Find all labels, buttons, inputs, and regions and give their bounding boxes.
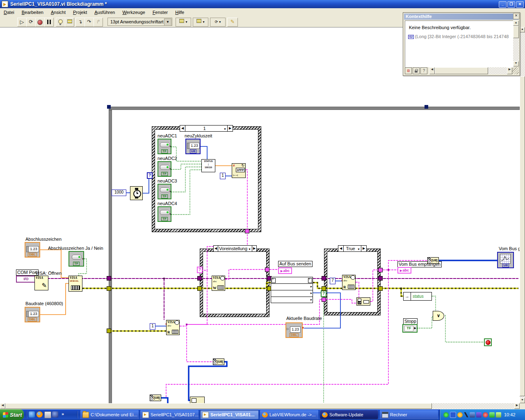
tunnel-string[interactable] <box>245 229 249 233</box>
concatenate-strings-node[interactable] <box>356 297 370 306</box>
bool-switch-neuadc4[interactable]: TF <box>158 206 171 222</box>
status-subvi-node[interactable]: STATUS ↓ 100110 <box>201 159 215 172</box>
visa-write-node[interactable]: VISA abc W <box>212 276 225 291</box>
case-structure-voreinstellung[interactable] <box>200 249 269 317</box>
case-selector-terminal[interactable]: ? <box>147 172 153 179</box>
while-loop-left-border[interactable] <box>109 110 112 404</box>
array-node[interactable] <box>190 397 205 404</box>
context-help-hscrollbar[interactable]: ◀ ▶ <box>429 67 512 74</box>
step-out-button[interactable]: ↱ <box>94 18 103 27</box>
tray-icon[interactable] <box>489 412 495 418</box>
cleanup-diagram-button[interactable]: ✎ <box>227 18 238 27</box>
property-row[interactable] <box>271 290 313 297</box>
case-selector-voreinstellung[interactable]: Voreinstellung <box>213 245 257 252</box>
selection-handle[interactable] <box>425 105 428 109</box>
switch-knob[interactable] <box>160 210 170 215</box>
horizontal-scrollbar[interactable]: ◀ ▶ <box>0 403 520 409</box>
switch-knob[interactable] <box>160 187 170 192</box>
visa-property-node[interactable]: ?! ?! <box>271 277 313 303</box>
firefox-icon[interactable] <box>37 411 43 418</box>
taskbar-button-labview-1[interactable]: SeriellPC1_VISA0107... <box>140 410 199 419</box>
numeric-constant[interactable]: 1 <box>150 323 155 330</box>
tray-icon[interactable] <box>470 412 475 418</box>
string-indicator-terminal[interactable]: abc <box>278 267 292 274</box>
restore-button[interactable]: ❐ <box>507 1 515 8</box>
bool-switch-janein[interactable]: TF <box>68 251 84 267</box>
chevron-down-icon[interactable]: ▼ <box>164 18 171 26</box>
case-selector-top[interactable]: 1 <box>180 125 233 132</box>
waveform-chart-terminal[interactable]: U8 <box>497 252 514 268</box>
visa-read-node[interactable]: VISA abc R <box>342 275 356 290</box>
run-button[interactable]: ▷ <box>17 18 27 27</box>
run-continuous-button[interactable]: ⟳ <box>26 18 36 27</box>
tunnel-visa[interactable] <box>322 276 326 281</box>
case-next-icon[interactable] <box>252 246 256 251</box>
property-row[interactable] <box>271 297 313 303</box>
wait-ms-node[interactable] <box>130 186 143 200</box>
minimize-button[interactable]: _ <box>499 1 507 8</box>
case-prev-icon[interactable] <box>180 126 185 131</box>
font-selector[interactable]: 13pt Anwendungsschriftart ▼ <box>107 18 172 26</box>
tray-icon[interactable] <box>450 412 456 418</box>
tunnel-error[interactable] <box>197 286 202 291</box>
vertical-scrollbar[interactable]: ▲ ▼ <box>520 27 525 403</box>
menu-fenster[interactable]: Fenster <box>149 9 171 16</box>
io-terminal-com-port[interactable]: I/O <box>16 276 36 283</box>
numeric-value[interactable]: 1.23 <box>28 246 39 252</box>
string-to-byte-array-node[interactable]: [U8] <box>427 257 439 264</box>
numeric-indicator-aktuelle-baudrate[interactable]: ▷ 1.23 DBL <box>285 322 303 338</box>
numeric-control-abschlusszeichen[interactable]: 1.23 DBL <box>25 242 40 258</box>
abort-button[interactable] <box>35 18 45 27</box>
tray-icon[interactable] <box>443 412 449 418</box>
context-help-vscrollbar[interactable]: ▲ ▼ <box>513 21 519 66</box>
tunnel-error[interactable] <box>378 286 383 291</box>
menu-bearbeiten[interactable]: Bearbeiten <box>18 9 47 16</box>
tunnel-string[interactable] <box>265 267 269 272</box>
menu-projekt[interactable]: Projekt <box>69 9 91 16</box>
numeric-value[interactable]: 1.23 <box>28 311 39 317</box>
menu-hilfe[interactable]: Hilfe <box>171 9 188 16</box>
bool-switch-neuadc2[interactable]: TF <box>158 161 171 177</box>
visa-open-node[interactable]: VISA ✎ <box>34 276 48 290</box>
case-selector-terminal[interactable]: ? <box>321 290 326 297</box>
menu-ansicht[interactable]: Ansicht <box>47 9 69 16</box>
step-over-button[interactable]: ↷ <box>84 18 94 27</box>
block-diagram-canvas[interactable]: 1 Voreinstellung True ? ? ? neuADC1 TF n… <box>0 27 520 404</box>
numeric-constant[interactable]: 1 <box>220 173 226 179</box>
numeric-constant[interactable]: 7 <box>330 278 336 284</box>
tunnel-error[interactable] <box>107 286 111 291</box>
case-selector-terminal[interactable]: ? <box>197 267 203 273</box>
tray-icon[interactable] <box>464 412 468 418</box>
menu-datei[interactable]: Datei <box>0 9 18 16</box>
taskbar-button-firefox-2[interactable]: Software-Update <box>320 410 378 419</box>
unbundle-by-name-icon[interactable]: → <box>403 292 411 301</box>
case-next-icon[interactable] <box>361 246 366 251</box>
java-icon[interactable] <box>52 411 58 418</box>
selection-handle[interactable] <box>107 105 111 109</box>
taskbar-button-explorer[interactable]: C:\Dokumente und Ei... <box>80 410 139 419</box>
switch-knob[interactable] <box>160 165 170 170</box>
property-row[interactable] <box>271 284 313 290</box>
menu-werkzeuge[interactable]: Werkzeuge <box>119 9 148 16</box>
case-prev-icon[interactable] <box>214 246 218 251</box>
tray-icon[interactable] <box>496 412 501 418</box>
taskbar-button-firefox-1[interactable]: LabVIEWforum.de ->... <box>260 410 318 419</box>
step-into-button[interactable]: ↴ <box>75 18 85 27</box>
case-dropdown-icon[interactable] <box>248 246 252 251</box>
tray-icon[interactable] <box>457 412 463 418</box>
visa-configure-serial-node[interactable]: VISA SERIAL <box>68 276 82 292</box>
taskbar-button-rechner[interactable]: Rechner <box>380 410 438 419</box>
unbundle-by-name-field[interactable]: status <box>411 292 432 301</box>
context-help-titlebar[interactable]: Kontexthilfe <box>404 14 519 20</box>
highlight-execution-button[interactable] <box>56 18 65 27</box>
start-button[interactable]: Start <box>0 409 24 420</box>
close-icon[interactable] <box>513 13 519 19</box>
while-loop-top-border[interactable] <box>109 107 520 110</box>
rotate-node[interactable]: # ↻ 1FFF ⊢⊣ <box>232 163 246 178</box>
internet-explorer-icon[interactable] <box>29 411 35 418</box>
clock[interactable]: 10:42 <box>504 412 516 417</box>
tunnel-error[interactable] <box>107 329 111 333</box>
retain-wire-values-button[interactable] <box>65 18 74 27</box>
bool-switch-neuadc1[interactable]: TF <box>158 139 171 154</box>
menu-ausfuehren[interactable]: Ausführen <box>91 9 119 16</box>
